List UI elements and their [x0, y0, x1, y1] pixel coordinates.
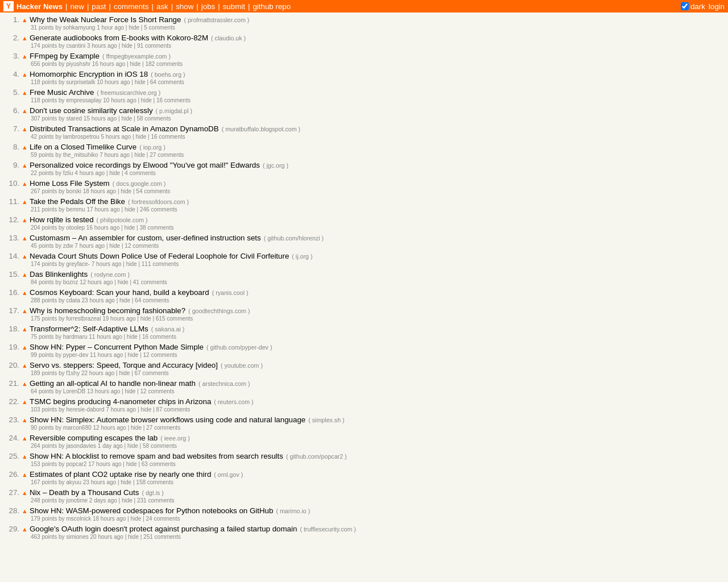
hide-link[interactable]: hide: [109, 243, 120, 249]
comments-link[interactable]: 38 comments: [139, 225, 173, 231]
item-user[interactable]: heresie-dabord: [66, 406, 104, 413]
hide-link[interactable]: hide: [141, 97, 152, 103]
upvote-button[interactable]: ▲: [22, 398, 28, 405]
hide-link[interactable]: hide: [127, 443, 138, 449]
item-user[interactable]: bemmu: [66, 206, 85, 213]
item-user[interactable]: marcon680: [63, 425, 92, 431]
hide-link[interactable]: hide: [125, 388, 136, 394]
item-title-link[interactable]: Take the Pedals Off the Bike: [30, 197, 125, 206]
hide-link[interactable]: hide: [128, 352, 139, 358]
upvote-button[interactable]: ▲: [22, 289, 28, 296]
item-user[interactable]: fzliu: [63, 170, 73, 176]
comments-link[interactable]: 111 comments: [142, 261, 179, 267]
upvote-button[interactable]: ▲: [22, 16, 28, 23]
comments-link[interactable]: 12 comments: [125, 243, 159, 249]
hide-link[interactable]: hide: [124, 225, 135, 231]
nav-github-repo[interactable]: github repo: [253, 2, 291, 11]
comments-link[interactable]: 41 comments: [133, 279, 167, 285]
upvote-button[interactable]: ▲: [22, 508, 28, 514]
comments-link[interactable]: 27 comments: [150, 152, 184, 158]
nav-submit[interactable]: submit: [223, 2, 245, 11]
nav-show[interactable]: show: [176, 2, 193, 11]
item-title-link[interactable]: Why the Weak Nuclear Force Is Short Rang…: [30, 15, 181, 24]
comments-link[interactable]: 12 comments: [143, 352, 177, 358]
item-user[interactable]: jonotime: [66, 497, 88, 504]
hide-link[interactable]: hide: [127, 334, 138, 340]
upvote-button[interactable]: ▲: [22, 126, 28, 132]
item-user[interactable]: cdata: [66, 297, 80, 304]
nav-ask[interactable]: ask: [156, 2, 168, 11]
item-title-link[interactable]: Free Music Archive: [30, 88, 94, 97]
upvote-button[interactable]: ▲: [22, 162, 28, 169]
comments-link[interactable]: 64 comments: [150, 79, 184, 85]
item-title-link[interactable]: TSMC begins producing 4-nanometer chips …: [30, 397, 211, 406]
hide-link[interactable]: hide: [122, 43, 133, 49]
item-user[interactable]: mscolnick: [66, 516, 91, 522]
upvote-button[interactable]: ▲: [22, 217, 28, 223]
hide-link[interactable]: hide: [121, 188, 131, 194]
item-user[interactable]: sohkamyung: [63, 24, 96, 31]
hide-link[interactable]: hide: [135, 134, 146, 140]
comments-link[interactable]: 27 comments: [146, 425, 180, 431]
item-user[interactable]: piyushshr: [66, 61, 90, 67]
upvote-button[interactable]: ▲: [22, 380, 28, 387]
item-title-link[interactable]: Show HN: WASM-powered codespaces for Pyt…: [30, 506, 273, 515]
comments-link[interactable]: 58 comments: [136, 115, 171, 122]
item-title-link[interactable]: Customasm – An assembler for custom, use…: [30, 234, 261, 242]
upvote-button[interactable]: ▲: [22, 198, 28, 205]
hide-link[interactable]: hide: [126, 461, 137, 467]
hide-link[interactable]: hide: [119, 370, 130, 376]
comments-link[interactable]: 16 comments: [156, 97, 191, 103]
item-user[interactable]: boznz: [63, 279, 78, 285]
item-user[interactable]: forrestbrazeal: [66, 315, 101, 322]
upvote-button[interactable]: ▲: [22, 180, 28, 187]
item-title-link[interactable]: Life on a Closed Timelike Curve: [30, 143, 136, 151]
item-title-link[interactable]: Cosmos Keyboard: Scan your hand, build a…: [30, 288, 209, 297]
item-user[interactable]: jasondavies: [66, 443, 96, 449]
item-user[interactable]: greyface-: [66, 261, 90, 267]
comments-link[interactable]: 24 comments: [146, 516, 180, 522]
hide-link[interactable]: hide: [135, 79, 146, 85]
item-user[interactable]: otoolep: [66, 225, 85, 231]
comments-link[interactable]: 246 comments: [140, 206, 177, 213]
item-user[interactable]: stared: [66, 115, 82, 122]
item-title-link[interactable]: Generate audiobooks from E-books with Ko…: [30, 34, 208, 42]
comments-link[interactable]: 91 comments: [137, 43, 171, 49]
comments-link[interactable]: 54 comments: [136, 188, 170, 194]
upvote-button[interactable]: ▲: [22, 144, 28, 151]
item-user[interactable]: f1shy: [66, 370, 80, 376]
upvote-button[interactable]: ▲: [22, 326, 28, 332]
hide-link[interactable]: hide: [131, 425, 142, 431]
item-title-link[interactable]: Why is homeschooling becoming fashionabl…: [30, 306, 185, 315]
item-title-link[interactable]: Homomorphic Encryption in iOS 18: [30, 70, 148, 78]
comments-link[interactable]: 58 comments: [143, 443, 177, 449]
nav-comments[interactable]: comments: [114, 2, 148, 11]
item-title-link[interactable]: Transformer^2: Self-Adaptive LLMs: [30, 325, 148, 333]
dark-checkbox[interactable]: [681, 2, 689, 10]
item-user[interactable]: popcar2: [66, 461, 86, 467]
upvote-button[interactable]: ▲: [22, 35, 28, 41]
comments-link[interactable]: 158 comments: [136, 479, 173, 485]
item-title-link[interactable]: FFmpeg by Example: [30, 52, 100, 60]
item-title-link[interactable]: Home Loss File System: [30, 179, 110, 188]
item-user[interactable]: empressaplay: [66, 97, 101, 103]
item-user[interactable]: hardmaru: [63, 334, 88, 340]
nav-jobs[interactable]: jobs: [201, 2, 215, 11]
comments-link[interactable]: 231 comments: [137, 497, 175, 504]
comments-link[interactable]: 16 comments: [151, 134, 185, 140]
item-title-link[interactable]: Distributed Transactions at Scale in Ama…: [30, 124, 219, 133]
nav-new[interactable]: new: [70, 2, 84, 11]
comments-link[interactable]: 4 comments: [125, 170, 155, 176]
upvote-button[interactable]: ▲: [22, 271, 28, 278]
hide-link[interactable]: hide: [126, 261, 137, 267]
upvote-button[interactable]: ▲: [22, 362, 28, 369]
item-title-link[interactable]: Show HN: Simplex: Automate browser workf…: [30, 415, 305, 424]
item-title-link[interactable]: Google's OAuth login doesn't protect aga…: [30, 525, 297, 533]
comments-link[interactable]: 5 comments: [144, 24, 175, 31]
hide-link[interactable]: hide: [130, 61, 140, 67]
item-title-link[interactable]: Reversible computing escapes the lab: [30, 434, 158, 442]
item-title-link[interactable]: Show HN: Pyper – Concurrent Python Made …: [30, 343, 204, 351]
hide-link[interactable]: hide: [134, 152, 145, 158]
upvote-button[interactable]: ▲: [22, 435, 28, 442]
upvote-button[interactable]: ▲: [22, 453, 28, 460]
